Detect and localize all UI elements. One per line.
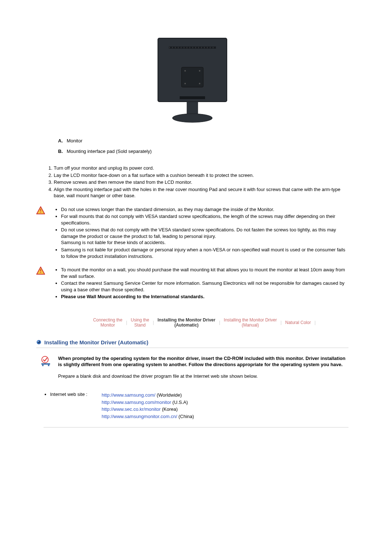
web-links-row: Internet web site : http://www.samsung.c… — [44, 392, 348, 428]
warn2-item-1: To mount the monitor on a wall, you shou… — [61, 267, 348, 279]
link-worldwide[interactable]: http://www.samsung.com/ — [102, 392, 155, 398]
svg-rect-24 — [187, 102, 198, 114]
warn2-bold-text: Please use Wall Mount according to the I… — [61, 294, 204, 299]
svg-point-34 — [37, 341, 39, 342]
svg-rect-27 — [40, 209, 41, 211]
warn2-item-2: Contact the nearest Samsung Service Cent… — [61, 280, 348, 293]
warn2-item-bold: Please use Wall Mount according to the I… — [61, 293, 348, 300]
driver-info-block: When prompted by the operating system fo… — [36, 355, 348, 385]
svg-rect-36 — [41, 363, 50, 365]
tab-label: Installing the Monitor Driver — [158, 317, 215, 323]
link-korea[interactable]: http://www.sec.co.kr/monitor — [102, 406, 161, 412]
tab-sep: | — [152, 320, 155, 325]
tab-label: (Manual) — [242, 323, 259, 328]
tab-label: Installing the Monitor Driver — [224, 317, 277, 323]
section-tab-nav: Connecting the Monitor | Using the Stand… — [58, 315, 348, 330]
warn1-item-1: Do not use screws longer than the standa… — [61, 206, 348, 213]
link-worldwide-suffix: (Worldwide) — [155, 392, 182, 398]
document-page: A. Monitor B. Mounting interface pad (So… — [0, 0, 392, 555]
warning-icon — [36, 267, 45, 275]
svg-point-22 — [199, 83, 200, 84]
link-china-suffix: (China) — [177, 414, 194, 419]
tab-label: Natural Color — [285, 320, 311, 325]
svg-rect-38 — [48, 365, 49, 366]
tab-sep: | — [314, 320, 316, 325]
warning-block-1: Do not use screws longer than the standa… — [36, 206, 348, 260]
warning-icon — [36, 206, 45, 214]
part-a-text: Monitor — [67, 138, 82, 143]
tab-label: Stand — [134, 323, 146, 328]
web-label: Internet web site : — [50, 392, 102, 397]
svg-point-25 — [172, 114, 212, 122]
svg-rect-31 — [40, 272, 41, 273]
monitor-rear-image — [36, 36, 348, 123]
driver-info-prepare: Prepare a blank disk and download the dr… — [58, 373, 348, 380]
step-2: Lay the LCD monitor face-down on a flat … — [54, 172, 348, 179]
warning-block-2: To mount the monitor on a wall, you shou… — [36, 267, 348, 301]
link-china[interactable]: http://www.samsungmonitor.com.cn/ — [102, 414, 177, 419]
section-title: Installing the Monitor Driver (Automatic… — [44, 339, 148, 345]
tab-install-driver-auto[interactable]: Installing the Monitor Driver (Automatic… — [155, 317, 218, 328]
svg-point-19 — [184, 70, 186, 72]
tab-label: Using the — [131, 317, 149, 323]
svg-point-21 — [184, 83, 186, 84]
link-usa-suffix: (U.S.A) — [171, 400, 188, 405]
parts-list: A. Monitor B. Mounting interface pad (So… — [58, 138, 348, 154]
section-title-row: Installing the Monitor Driver (Automatic… — [36, 339, 348, 348]
driver-info-bold: When prompted by the operating system fo… — [58, 355, 348, 368]
tollbooth-check-icon — [40, 355, 52, 367]
tab-sep: | — [125, 320, 128, 325]
warn1-item-4: Samsung is not liable for product damage… — [61, 247, 348, 259]
svg-rect-37 — [42, 365, 44, 366]
warn1-item-3: Do not use screws that do not comply wit… — [61, 227, 348, 246]
svg-rect-1 — [169, 46, 216, 49]
web-links-list: http://www.samsung.com/ (Worldwide) http… — [102, 392, 348, 420]
part-b-text: Mounting interface pad (Sold separately) — [67, 149, 152, 154]
tab-label: Monitor — [101, 323, 115, 328]
svg-rect-23 — [180, 96, 205, 99]
tab-using-stand[interactable]: Using the Stand — [128, 317, 152, 328]
link-usa[interactable]: http://www.samsung.com/monitor — [102, 400, 171, 405]
tab-sep: | — [280, 320, 282, 325]
section-bullet-icon — [36, 340, 41, 345]
svg-rect-30 — [40, 269, 41, 271]
part-a-letter: A. — [58, 138, 65, 143]
tab-label: Connecting the — [93, 317, 122, 323]
warn1-item-2: For wall mounts that do not comply with … — [61, 213, 348, 226]
svg-point-35 — [42, 356, 48, 363]
svg-point-20 — [199, 70, 200, 72]
part-b-letter: B. — [58, 149, 65, 154]
tab-sep: | — [218, 320, 221, 325]
svg-rect-18 — [181, 67, 203, 87]
monitor-rear-svg — [154, 36, 230, 123]
tab-label: (Automatic) — [174, 323, 199, 328]
step-3: Remove screws and then remove the stand … — [54, 179, 348, 186]
link-korea-suffix: (Korea) — [161, 406, 178, 412]
tab-install-driver-manual[interactable]: Installing the Monitor Driver (Manual) — [221, 317, 280, 328]
svg-rect-28 — [40, 212, 41, 212]
tab-connecting-monitor[interactable]: Connecting the Monitor — [90, 317, 125, 328]
instruction-steps: Turn off your monitor and unplug its pow… — [47, 165, 348, 199]
tab-natural-color[interactable]: Natural Color — [282, 320, 314, 325]
step-1: Turn off your monitor and unplug its pow… — [54, 165, 348, 171]
step-4: Align the mounting interface pad with th… — [54, 186, 348, 199]
